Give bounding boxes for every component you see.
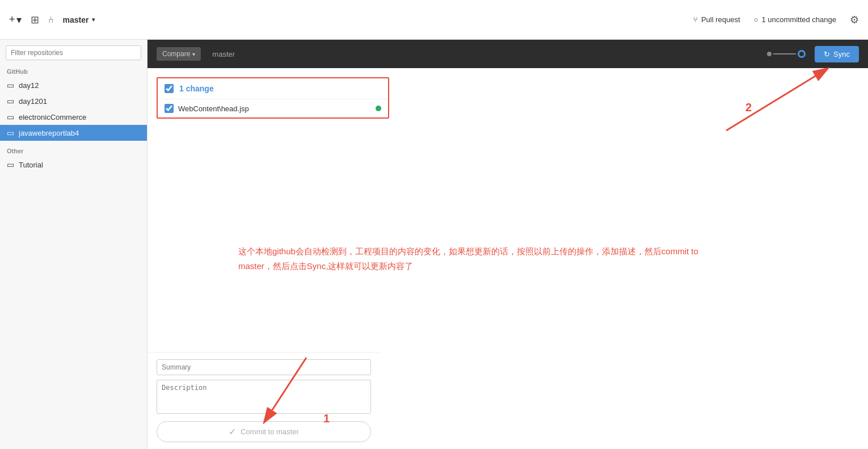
branch-track <box>767 50 806 58</box>
commit-label: Commit to master <box>241 427 299 436</box>
title-bar-right: ⑂ Pull request ○ 1 uncommitted change ⚙ <box>693 14 859 26</box>
compare-button[interactable]: Compare ▾ <box>157 47 201 61</box>
filter-repositories-input[interactable] <box>6 45 141 60</box>
filter-wrap <box>0 45 147 66</box>
sidebar: GitHub ▭ day12 ▭ day1201 ▭ electronicCom… <box>0 40 148 449</box>
file-row[interactable]: WebContent\head.jsp <box>158 99 388 118</box>
settings-button[interactable]: ⚙ <box>850 14 859 26</box>
repo-name-day12: day12 <box>19 81 39 90</box>
compare-dropdown-icon: ▾ <box>192 51 195 57</box>
sync-button[interactable]: ↻ Sync <box>815 46 859 62</box>
sidebar-toggle-button[interactable]: ⊞ <box>31 14 39 26</box>
repo-icon: ▭ <box>7 96 14 106</box>
commit-area: ✓ Commit to master <box>148 352 380 449</box>
summary-input[interactable] <box>157 359 371 375</box>
repo-item-day1201[interactable]: ▭ day1201 <box>0 93 147 109</box>
repo-item-day12[interactable]: ▭ day12 <box>0 77 147 93</box>
commit-to-master-button[interactable]: ✓ Commit to master <box>157 421 371 442</box>
annotation-text: 这个本地github会自动检测到，工程项目的内容的变化，如果想更新的话，按照以前… <box>238 244 709 273</box>
repo-item-electroniccommerce[interactable]: ▭ electronicCommerce <box>0 109 147 125</box>
other-section-label: Other <box>0 145 147 157</box>
repo-name-electroniccommerce: electronicCommerce <box>19 113 86 121</box>
file-checkbox[interactable] <box>165 104 174 113</box>
track-dot-active <box>798 50 806 58</box>
repo-item-javawebreportlab4[interactable]: ▭ javawebreportlab4 <box>0 125 147 141</box>
commit-check-icon: ✓ <box>229 426 236 437</box>
track-line <box>773 53 796 54</box>
pull-request-label: Pull request <box>701 15 740 24</box>
current-branch-label: master <box>212 50 235 58</box>
repo-icon: ▭ <box>7 112 14 121</box>
compare-label: Compare <box>162 50 190 58</box>
sync-label: Sync <box>833 50 850 58</box>
changes-box: 1 change WebContent\head.jsp <box>157 77 389 119</box>
uncommitted-icon: ○ <box>754 15 759 24</box>
change-count-label: 1 change <box>179 84 214 93</box>
branch-dropdown-arrow: ▾ <box>92 16 95 23</box>
branch-name-label: master <box>63 15 89 24</box>
repo-icon: ▭ <box>7 160 14 169</box>
sync-icon: ↻ <box>824 50 830 58</box>
repo-name-tutorial: Tutorial <box>19 161 43 169</box>
description-input[interactable] <box>157 380 371 414</box>
uncommitted-changes-button[interactable]: ○ 1 uncommitted change <box>754 15 836 24</box>
repo-name-javawebreportlab4: javawebreportlab4 <box>19 129 79 137</box>
main-topbar: Compare ▾ master ↻ Sync <box>148 40 868 68</box>
repo-item-tutorial[interactable]: ▭ Tutorial <box>0 157 147 173</box>
file-name-label: WebContent\head.jsp <box>178 104 371 113</box>
changes-header: 1 change <box>158 78 388 99</box>
uncommitted-label: 1 uncommitted change <box>761 15 836 24</box>
github-section-label: GitHub <box>0 66 147 77</box>
repo-name-day1201: day1201 <box>19 97 47 106</box>
title-bar: + ▾ ⊞ ⑃ master ▾ ⑂ Pull request ○ 1 unco… <box>0 0 868 40</box>
file-status-dot <box>376 106 381 111</box>
pull-request-button[interactable]: ⑂ Pull request <box>693 15 740 24</box>
add-button[interactable]: + ▾ <box>9 14 22 26</box>
changes-section: 1 change WebContent\head.jsp <box>148 68 868 135</box>
branch-selector[interactable]: master ▾ <box>63 15 95 24</box>
repo-icon-active: ▭ <box>7 128 14 137</box>
title-bar-left: + ▾ ⊞ ⑃ master ▾ <box>9 14 95 26</box>
branch-icon: ⑃ <box>48 15 54 25</box>
select-all-checkbox[interactable] <box>165 84 174 93</box>
track-dot-left <box>767 52 772 56</box>
pull-request-icon: ⑂ <box>693 15 698 24</box>
repo-icon: ▭ <box>7 81 14 90</box>
